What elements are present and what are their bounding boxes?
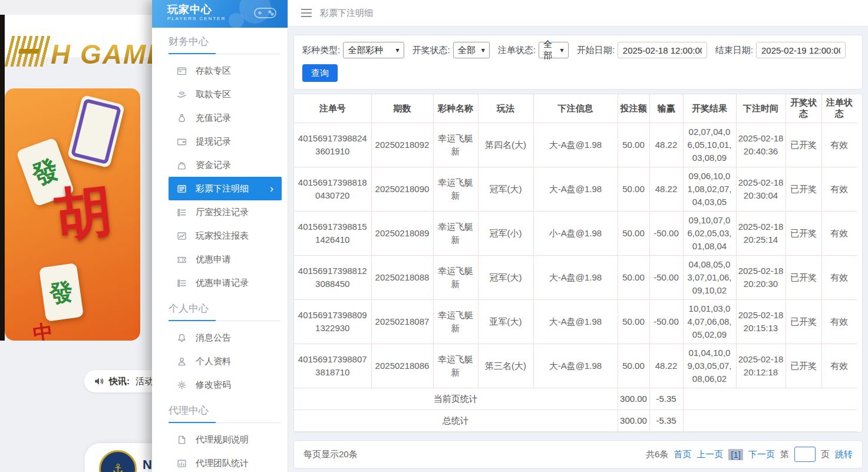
speaker-icon bbox=[94, 376, 104, 387]
table-cell: 已开奖 bbox=[786, 256, 821, 300]
next-page-link[interactable]: 下一页 bbox=[748, 449, 775, 460]
chevron-down-icon: ▾ bbox=[555, 46, 564, 54]
summary-empty bbox=[683, 410, 857, 432]
logo-stripes-icon bbox=[5, 36, 54, 67]
summary-row: 当前页统计300.00-5.35 bbox=[294, 388, 857, 410]
card-machine-icon bbox=[177, 66, 187, 76]
table-cell: -50.00 bbox=[649, 256, 683, 300]
table-cell: 幸运飞艇新 bbox=[433, 167, 478, 212]
table-cell: 2025-02-18 20:25:14 bbox=[736, 212, 786, 256]
table-cell: 有效 bbox=[821, 212, 857, 256]
sidebar-item-player-bet-report[interactable]: 玩家投注报表 bbox=[169, 224, 282, 247]
table-cell: 有效 bbox=[821, 300, 857, 344]
table-cell: 01,04,10,09,03,05,07,08,06,02 bbox=[683, 344, 736, 388]
column-header: 开奖状态 bbox=[786, 94, 821, 123]
logo-text: H GAME bbox=[51, 42, 166, 67]
table-row: 40156917398812308845020250218088幸运飞艇新冠军(… bbox=[294, 256, 857, 300]
column-header: 开奖结果 bbox=[683, 94, 736, 123]
checklist-icon bbox=[177, 207, 187, 217]
sidebar-item-agent-rules[interactable]: 代理规则说明 bbox=[169, 428, 282, 451]
table-cell: 401569173988151426410 bbox=[294, 212, 371, 256]
sidebar: 玩家中心 PLAYERS CENTER 财务中心存款专区取款专区充值记录提现记录… bbox=[152, 0, 288, 472]
table-cell: 48.22 bbox=[649, 167, 683, 212]
purse-icon bbox=[177, 160, 187, 170]
section-title: 财务中心 bbox=[169, 35, 280, 54]
table-cell: 大-A盘@1.98 bbox=[533, 123, 618, 167]
table-cell: 大-A盘@1.98 bbox=[533, 167, 618, 212]
table-cell: 48.22 bbox=[649, 123, 683, 167]
pagination-bar: 每页显示20条 共6条 首页 上一页 [1] 下一页 第 页 跳转 bbox=[293, 440, 863, 468]
sidebar-item-change-password[interactable]: 修改密码 bbox=[169, 373, 282, 397]
draw-status-select[interactable]: 全部 ▾ bbox=[453, 42, 490, 58]
chevron-down-icon: ▾ bbox=[390, 46, 400, 54]
sidebar-item-hall-bet-record[interactable]: 厅室投注记录 bbox=[169, 200, 282, 224]
content: 彩种类型: 全部彩种 ▾ 开奖状态: 全部 ▾ 注单状态: 全部 ▾ bbox=[288, 27, 868, 468]
current-page-badge: [1] bbox=[728, 449, 743, 460]
table-cell: -50.00 bbox=[649, 300, 683, 344]
table-cell: 大-A盘@1.98 bbox=[533, 300, 618, 344]
sidebar-item-promo-apply-record[interactable]: 优惠申请记录 bbox=[169, 271, 282, 295]
table-cell: 2025-02-18 20:40:36 bbox=[736, 123, 786, 167]
summary-win-loss: -5.35 bbox=[649, 410, 683, 432]
lottery-type-select[interactable]: 全部彩种 ▾ bbox=[343, 42, 404, 58]
summary-empty bbox=[683, 388, 857, 410]
first-page-link[interactable]: 首页 bbox=[674, 449, 691, 460]
table-cell: 冠军(小) bbox=[478, 212, 533, 256]
table-cell: 大-A盘@1.98 bbox=[533, 344, 618, 388]
jump-button[interactable]: 跳转 bbox=[835, 449, 853, 460]
prev-page-link[interactable]: 上一页 bbox=[697, 449, 723, 460]
table-cell: 2025-02-18 20:20:30 bbox=[736, 256, 786, 300]
table-cell: 已开奖 bbox=[786, 344, 821, 388]
sidebar-item-message-notice[interactable]: 消息公告 bbox=[169, 326, 282, 349]
draw-status-label: 开奖状态: bbox=[412, 45, 450, 56]
page-jump-input[interactable] bbox=[794, 447, 816, 462]
sidebar-item-recharge-record[interactable]: 充值记录 bbox=[169, 106, 282, 130]
end-date-input[interactable] bbox=[756, 42, 846, 58]
sidebar-item-label: 存款专区 bbox=[196, 65, 231, 77]
sidebar-item-deposit[interactable]: 存款专区 bbox=[169, 59, 282, 82]
sidebar-sections: 财务中心存款专区取款专区充值记录提现记录资金记录彩票下注明细›厅室投注记录玩家投… bbox=[152, 35, 288, 472]
table-cell: 2025-02-18 20:30:04 bbox=[736, 167, 786, 212]
column-header: 输赢 bbox=[649, 94, 683, 123]
sidebar-item-label: 玩家投注报表 bbox=[196, 230, 249, 242]
report-chart-icon bbox=[177, 231, 187, 241]
hamburger-menu-icon[interactable] bbox=[301, 9, 312, 17]
sidebar-item-withdraw[interactable]: 取款专区 bbox=[169, 82, 282, 106]
sidebar-item-fund-record[interactable]: 资金记录 bbox=[169, 153, 282, 177]
table-cell: 第三名(大) bbox=[478, 344, 533, 388]
order-status-select[interactable]: 全部 ▾ bbox=[539, 42, 569, 58]
table-cell: 冠军(大) bbox=[478, 256, 533, 300]
column-header: 下注信息 bbox=[533, 94, 618, 123]
table-cell: 已开奖 bbox=[786, 300, 821, 344]
sidebar-item-lottery-bet-detail[interactable]: 彩票下注明细› bbox=[169, 177, 282, 200]
table-cell: 50.00 bbox=[618, 344, 649, 388]
query-button[interactable]: 查询 bbox=[302, 64, 338, 82]
table-cell: 已开奖 bbox=[786, 167, 821, 212]
table-cell: 20250218086 bbox=[371, 344, 433, 388]
main-area: 彩票下注明细 彩种类型: 全部彩种 ▾ 开奖状态: 全部 ▾ 注单状态: bbox=[288, 0, 868, 472]
sidebar-item-profile[interactable]: 个人资料 bbox=[169, 349, 282, 373]
sidebar-item-promo-apply[interactable]: 优惠申请 bbox=[169, 247, 282, 271]
navy-badge-icon: ⚓ bbox=[99, 450, 137, 472]
table-cell: 幸运飞艇新 bbox=[433, 300, 478, 344]
stats-icon bbox=[177, 458, 187, 468]
start-date-input[interactable] bbox=[618, 42, 707, 58]
section-title: 个人中心 bbox=[169, 302, 280, 321]
order-status-label: 注单状态: bbox=[498, 45, 536, 56]
table-cell: 冠军(大) bbox=[478, 167, 533, 212]
chevron-right-icon: › bbox=[270, 183, 273, 194]
table-cell: 幸运飞艇新 bbox=[433, 212, 478, 256]
table-row: 40156917398818043072020250218090幸运飞艇新冠军(… bbox=[294, 167, 857, 212]
sidebar-item-agent-team-stats[interactable]: 代理团队统计 bbox=[169, 451, 282, 472]
gear-icon bbox=[177, 380, 187, 390]
mahjong-banner: 發 胡 發 中 bbox=[5, 88, 140, 341]
table-cell: 09,06,10,01,08,02,07,04,03,05 bbox=[683, 167, 736, 212]
sidebar-header: 玩家中心 PLAYERS CENTER bbox=[152, 0, 288, 28]
player-center-panel: 玩家中心 PLAYERS CENTER 财务中心存款专区取款专区充值记录提现记录… bbox=[152, 0, 868, 472]
column-header: 期数 bbox=[371, 94, 433, 123]
order-status-value: 全部 bbox=[543, 39, 555, 61]
table-cell: 50.00 bbox=[618, 167, 649, 212]
summary-bet-total: 300.00 bbox=[618, 410, 649, 432]
banner-zhong-glyph: 中 bbox=[31, 318, 55, 341]
sidebar-item-withdraw-record[interactable]: 提现记录 bbox=[169, 130, 282, 153]
